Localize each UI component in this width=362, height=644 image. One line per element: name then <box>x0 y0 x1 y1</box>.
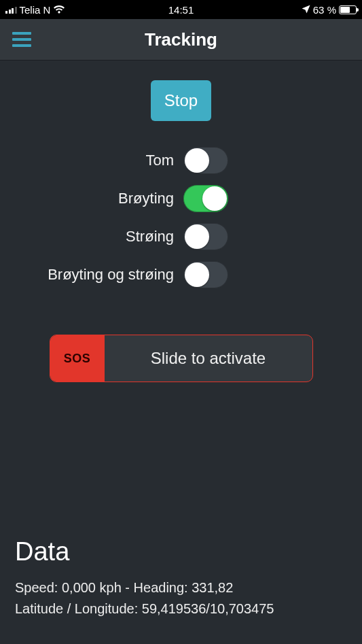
battery-icon <box>339 5 357 14</box>
sos-track-label: Slide to activate <box>105 349 312 368</box>
data-heading: Data <box>15 537 347 566</box>
toggle-row-stroing: Strøing <box>0 218 362 256</box>
data-speed-heading: Speed: 0,000 kph - Heading: 331,82 <box>15 577 347 598</box>
battery-pct-label: 63 % <box>313 4 336 16</box>
page-title: Tracking <box>145 29 217 50</box>
toggle-label: Strøing <box>0 228 183 245</box>
toggle-row-broyting: Brøyting <box>0 180 362 218</box>
toggle-switch-tom[interactable] <box>183 147 228 174</box>
toggle-switch-stroing[interactable] <box>183 223 228 250</box>
signal-icon <box>5 5 17 14</box>
main-content: Stop Tom Brøyting Strøing Brøyting og st… <box>0 60 362 644</box>
sos-slider[interactable]: SOS Slide to activate <box>50 335 313 382</box>
toggle-row-broyting-stroing: Brøyting og strøing <box>0 256 362 294</box>
toggle-label: Brøyting og strøing <box>0 266 183 284</box>
toggle-row-tom: Tom <box>0 141 362 180</box>
toggle-switch-broyting-stroing[interactable] <box>183 261 228 288</box>
app-header: Tracking <box>0 19 362 60</box>
data-section: Data Speed: 0,000 kph - Heading: 331,82 … <box>0 537 362 644</box>
statusbar: Telia N 14:51 63 % <box>0 0 362 19</box>
clock-label: 14:51 <box>168 4 194 16</box>
toggle-label: Tom <box>0 152 183 169</box>
toggle-label: Brøyting <box>0 190 183 207</box>
wifi-icon <box>53 4 65 16</box>
menu-button[interactable] <box>12 32 31 47</box>
toggle-switch-broyting[interactable] <box>183 185 228 212</box>
location-icon <box>302 4 310 16</box>
carrier-label: Telia N <box>20 4 51 16</box>
stop-button[interactable]: Stop <box>151 80 211 121</box>
sos-handle[interactable]: SOS <box>50 335 105 382</box>
battery-fill <box>340 7 350 13</box>
data-latlon: Latitude / Longitude: 59,419536/10,70347… <box>15 598 347 620</box>
